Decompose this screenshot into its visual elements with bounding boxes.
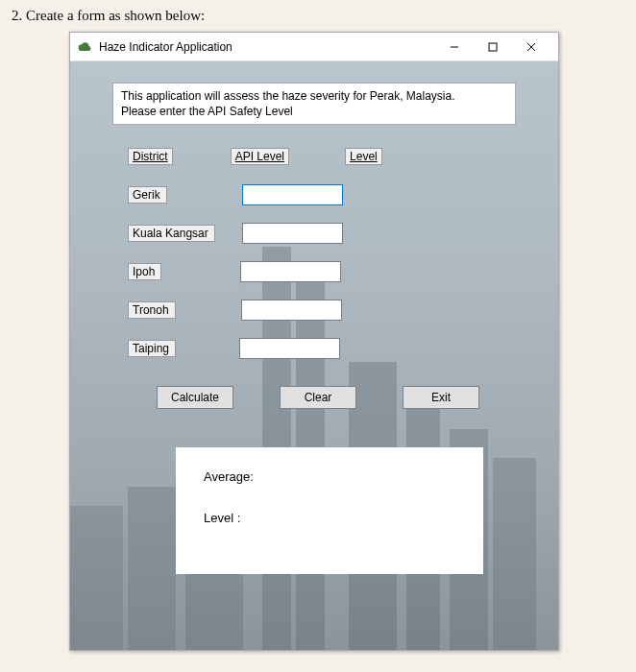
clear-button[interactable]: Clear — [280, 386, 356, 409]
row-gerik: Gerik — [128, 184, 527, 205]
district-label: Kuala Kangsar — [128, 225, 215, 242]
window-title: Haze Indicator Application — [99, 40, 232, 54]
instruction-text: 2. Create a form as shown below: — [12, 8, 624, 24]
average-label: Average: — [204, 469, 254, 484]
api-input-taiping[interactable] — [239, 338, 340, 359]
calculate-button[interactable]: Calculate — [157, 386, 233, 409]
svg-rect-1 — [489, 43, 497, 51]
row-kuala-kangsar: Kuala Kangsar — [128, 223, 527, 244]
district-label: Taiping — [128, 340, 176, 357]
intro-line1: This application will assess the haze se… — [121, 89, 454, 103]
api-input-gerik[interactable] — [242, 184, 343, 205]
titlebar: Haze Indicator Application — [70, 33, 558, 61]
client-area: This application will assess the haze se… — [70, 61, 558, 650]
output-panel: Average: Level : — [176, 447, 483, 574]
minimize-button[interactable] — [435, 33, 474, 61]
row-tronoh: Tronoh — [128, 300, 527, 321]
header-api: API Level — [231, 148, 289, 165]
api-input-tronoh[interactable] — [241, 300, 342, 321]
button-row: Calculate Clear Exit — [157, 386, 527, 409]
exit-button[interactable]: Exit — [403, 386, 479, 409]
column-headers: District API Level Level — [128, 148, 527, 165]
close-button[interactable] — [512, 33, 550, 61]
api-input-kuala-kangsar[interactable] — [242, 223, 343, 244]
header-level: Level — [345, 148, 382, 165]
intro-panel: This application will assess the haze se… — [112, 83, 516, 125]
app-window: Haze Indicator Application This applicat… — [69, 32, 559, 651]
district-label: Tronoh — [128, 301, 176, 319]
intro-line2: Please enter the API Safety Level — [121, 105, 293, 118]
district-label: Gerik — [128, 186, 167, 204]
row-ipoh: Ipoh — [128, 261, 527, 282]
district-label: Ipoh — [128, 263, 161, 280]
api-input-ipoh[interactable] — [240, 261, 341, 282]
row-taiping: Taiping — [128, 338, 527, 359]
form: This application will assess the haze se… — [70, 61, 558, 650]
header-district: District — [128, 148, 173, 165]
level-label: Level : — [204, 511, 240, 525]
maximize-button[interactable] — [474, 33, 512, 61]
cloud-icon — [78, 39, 93, 55]
